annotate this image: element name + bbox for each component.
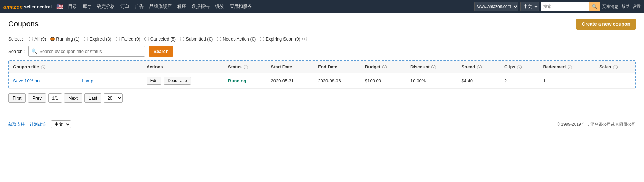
status-col-info-icon[interactable]: i — [244, 65, 248, 69]
nav-link-programs[interactable]: 程序 — [177, 3, 186, 10]
sales-col-info-icon[interactable]: i — [613, 65, 618, 69]
domain-selector[interactable]: www.amazon.com — [474, 2, 518, 11]
coupon-title-suffix-link[interactable]: Lamp — [82, 78, 93, 83]
nav-link-performance[interactable]: 绩效 — [215, 3, 224, 10]
last-page-button[interactable]: Last — [84, 93, 102, 103]
page-info: 1/1 — [48, 93, 62, 103]
filter-options: All (9) Running (1) Expired (3) Failed (… — [29, 36, 307, 42]
filter-option-submitted[interactable]: Submitted (0) — [180, 36, 213, 42]
nav-search-button[interactable]: 🔍 — [589, 2, 600, 11]
footer-support-link[interactable]: 获取支持 — [8, 122, 25, 127]
logo: amazon seller central — [3, 4, 52, 10]
footer-copyright: © 1999-2019 年，亚马逊公司或其附属公司 — [557, 122, 636, 127]
clips-col-info-icon[interactable]: i — [517, 65, 522, 69]
util-links: 买家消息 帮助 设置 — [602, 4, 641, 10]
filter-option-all[interactable]: All (9) — [29, 36, 46, 42]
filter-option-expiring-soon-label: Expiring Soon (0) — [266, 36, 300, 42]
nav-link-reports[interactable]: 数据报告 — [192, 3, 210, 10]
filter-radio-needs-action[interactable] — [217, 37, 221, 41]
filter-radio-expired[interactable] — [84, 37, 88, 41]
nav-link-advertising[interactable]: 广告 — [135, 3, 144, 10]
page-title: Coupons — [8, 20, 39, 29]
flag-icon: 🇺🇸 — [56, 3, 63, 10]
budget-col-info-icon[interactable]: i — [382, 65, 387, 69]
discount-value: 10.00% — [410, 78, 426, 83]
discount-col-info-icon[interactable]: i — [431, 65, 436, 69]
filter-radio-canceled[interactable] — [144, 37, 149, 41]
spend-col-info-icon[interactable]: i — [477, 65, 482, 69]
col-header-title: Coupon title i — [9, 61, 142, 73]
nav-link-inventory[interactable]: 库存 — [83, 3, 92, 10]
footer-left: 获取支持 计划政策 中文 — [8, 120, 71, 128]
page-size-selector[interactable]: 10 20 50 100 — [104, 93, 123, 103]
cell-actions: Edit Deactivate — [142, 73, 224, 89]
filter-radio-failed[interactable] — [116, 37, 120, 41]
nav-link-apps[interactable]: 应用和服务 — [229, 3, 252, 10]
nav-link-stores[interactable]: 品牌旗舰店 — [149, 3, 172, 10]
cell-sales — [595, 73, 635, 89]
title-col-info-icon[interactable]: i — [41, 65, 45, 69]
main-nav-links: 目录 库存 确定价格 订单 广告 品牌旗舰店 程序 数据报告 绩效 应用和服务 — [68, 3, 252, 10]
nav-link-pricing[interactable]: 确定价格 — [97, 3, 115, 10]
filter-option-failed-label: Failed (0) — [121, 36, 140, 42]
nav-search-box: 🔍 — [541, 2, 600, 11]
expiring-soon-info-icon[interactable]: i — [302, 37, 307, 41]
filter-radio-running[interactable] — [50, 37, 55, 41]
spend-value: $4.40 — [462, 78, 473, 83]
nav-link-orders[interactable]: 订单 — [120, 3, 129, 10]
nav-buyer-messages[interactable]: 买家消息 — [602, 4, 619, 10]
language-selector[interactable]: 中文 — [520, 2, 539, 11]
deactivate-button[interactable]: Deactivate — [164, 77, 191, 85]
col-header-end-date: End Date — [314, 61, 361, 73]
nav-link-catalog[interactable]: 目录 — [68, 3, 77, 10]
search-button[interactable]: Search — [149, 46, 173, 57]
cell-redeemed: 1 — [539, 73, 595, 89]
redeemed-value: 1 — [543, 78, 545, 83]
start-date-value: 2020-05-31 — [271, 78, 294, 83]
create-coupon-button[interactable]: Create a new coupon — [576, 19, 636, 30]
footer-language-selector[interactable]: 中文 — [51, 120, 71, 128]
filter-radio-expiring-soon[interactable] — [260, 37, 264, 41]
filter-option-canceled[interactable]: Canceled (5) — [144, 36, 176, 42]
filter-label: Select : — [8, 36, 23, 42]
filter-radio-all[interactable] — [29, 37, 33, 41]
filter-option-running-label: Running (1) — [56, 36, 79, 42]
filter-option-expired-label: Expired (3) — [89, 36, 111, 42]
filter-radio-submitted[interactable] — [180, 37, 184, 41]
footer-policy-link[interactable]: 计划政策 — [30, 122, 46, 127]
filter-option-expiring-soon[interactable]: Expiring Soon (0) i — [260, 36, 307, 42]
top-nav-right: www.amazon.com 中文 🔍 买家消息 帮助 设置 — [474, 2, 641, 11]
end-date-value: 2020-08-06 — [318, 78, 341, 83]
coupon-title-prefix-link[interactable]: Save 10% on — [13, 78, 40, 83]
filter-option-running[interactable]: Running (1) — [50, 36, 79, 42]
col-header-clips: Clips i — [500, 61, 539, 73]
top-navigation: amazon seller central 🇺🇸 目录 库存 确定价格 订单 广… — [0, 0, 644, 13]
col-header-actions: Actions — [142, 61, 224, 73]
status-value: Running — [228, 78, 246, 83]
filter-option-needs-action[interactable]: Needs Action (0) — [217, 36, 256, 42]
nav-settings[interactable]: 设置 — [632, 4, 641, 10]
edit-button[interactable]: Edit — [147, 77, 161, 85]
filter-option-expired[interactable]: Expired (3) — [84, 36, 111, 42]
first-page-button[interactable]: First — [8, 93, 26, 103]
cell-spend: $4.40 — [458, 73, 500, 89]
col-header-status: Status i — [224, 61, 267, 73]
cell-budget: $100.00 — [361, 73, 406, 89]
next-page-button[interactable]: Next — [64, 93, 82, 103]
cell-title: Save 10% on Lamp — [9, 73, 142, 89]
col-header-redeemed: Redeemed i — [539, 61, 595, 73]
filter-option-canceled-label: Canceled (5) — [150, 36, 176, 42]
coupons-table: Coupon title i Actions Status i Start Da… — [9, 61, 635, 89]
cell-clips: 2 — [500, 73, 539, 89]
logo-amazon-text: amazon — [3, 4, 23, 10]
coupons-table-container: Coupon title i Actions Status i Start Da… — [8, 60, 636, 89]
table-row: Save 10% on Lamp Edit Deactivate Running — [9, 73, 635, 89]
search-input[interactable] — [39, 49, 142, 54]
prev-page-button[interactable]: Prev — [28, 93, 46, 103]
filter-option-submitted-label: Submitted (0) — [186, 36, 213, 42]
nav-search-input[interactable] — [541, 2, 589, 11]
nav-help[interactable]: 帮助 — [621, 4, 630, 10]
filter-option-failed[interactable]: Failed (0) — [116, 36, 140, 42]
budget-value: $100.00 — [365, 78, 381, 83]
redeemed-col-info-icon[interactable]: i — [568, 65, 572, 69]
